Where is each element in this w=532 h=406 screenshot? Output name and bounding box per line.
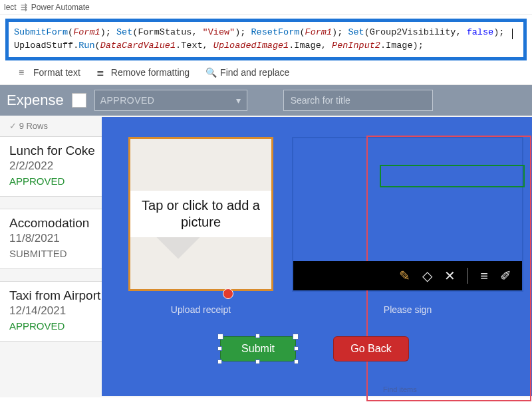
item-date: 2/2/2022	[9, 159, 97, 173]
pen-icon[interactable]: ✎	[399, 269, 410, 282]
add-picture-label: Tap or click to add a picture	[130, 191, 271, 237]
list-item[interactable]: Taxi from Airport 12/14/2021 APPROVED	[0, 281, 106, 342]
list-item[interactable]: Lunch for Coke 2/2/2022 APPROVED	[0, 136, 106, 197]
ribbon-bar: lect ⇶ Power Automate	[0, 0, 532, 15]
header-row: Expense APPROVED ▾ Search for title	[0, 85, 532, 116]
toolbar-divider	[467, 268, 468, 284]
search-icon: 🔍	[205, 67, 216, 78]
item-status: SUBMITTED	[9, 248, 97, 259]
find-replace-button[interactable]: 🔍 Find and replace	[205, 67, 289, 78]
pen-input[interactable]: ✎ ◇ ✕ ≡ ✐	[292, 137, 523, 292]
status-dropdown-label: APPROVED	[100, 95, 155, 106]
format-icon: ≡	[19, 67, 29, 78]
find-items-hint: Find items	[383, 385, 417, 393]
item-date: 12/14/2021	[9, 304, 97, 318]
formula-caret	[512, 29, 513, 39]
signature-line	[380, 165, 525, 187]
submit-label: Submit	[241, 343, 275, 355]
go-back-button[interactable]: Go Back	[333, 336, 409, 361]
ribbon-select-hint: lect	[4, 3, 17, 12]
chevron-down-icon: ▾	[236, 95, 241, 106]
error-badge-icon[interactable]	[223, 288, 233, 299]
approved-checkbox[interactable]	[72, 93, 86, 108]
pen-toolbar: ✎ ◇ ✕ ≡ ✐	[293, 261, 522, 290]
lines-icon[interactable]: ≡	[480, 269, 488, 282]
go-back-label: Go Back	[350, 343, 391, 355]
remove-format-label: Remove formatting	[111, 67, 190, 78]
status-dropdown[interactable]: APPROVED ▾	[94, 90, 247, 111]
find-replace-label: Find and replace	[220, 67, 289, 78]
item-title: Taxi from Airport	[9, 288, 97, 303]
item-status: APPROVED	[9, 320, 97, 332]
submit-button[interactable]: Submit	[220, 336, 296, 361]
close-icon[interactable]: ✕	[444, 269, 456, 282]
item-date: 11/8/2021	[9, 232, 97, 245]
list-item[interactable]: Accomodation 11/8/2021 SUBMITTED	[0, 209, 106, 269]
popup-group: Tap or click to add a picture Upload rec…	[102, 117, 532, 396]
app-canvas: Expense APPROVED ▾ Search for title 9 Ro…	[0, 85, 532, 397]
power-automate-icon: ⇶	[21, 3, 27, 12]
eraser-icon[interactable]: ◇	[422, 269, 432, 282]
item-title: Accomodation	[9, 216, 97, 231]
format-text-button[interactable]: ≡ Format text	[19, 67, 80, 78]
remove-format-icon: ≣	[96, 67, 107, 78]
upload-caption: Upload receipt	[128, 304, 273, 315]
power-automate-label[interactable]: Power Automate	[31, 3, 90, 12]
add-picture-control[interactable]: Tap or click to add a picture	[128, 137, 273, 291]
search-placeholder: Search for title	[291, 95, 350, 106]
sign-caption: Please sign	[292, 304, 523, 315]
item-status: APPROVED	[9, 175, 97, 187]
item-title: Lunch for Coke	[9, 144, 97, 158]
edit-icon[interactable]: ✐	[500, 269, 511, 282]
formula-bar[interactable]: SubmitForm(Form1); Set(FormStatus, "View…	[5, 19, 527, 60]
formula-toolbar: ≡ Format text ≣ Remove formatting 🔍 Find…	[0, 63, 532, 85]
search-input[interactable]: Search for title	[283, 90, 433, 111]
format-text-label: Format text	[33, 67, 80, 78]
page-title: Expense	[7, 92, 64, 109]
remove-formatting-button[interactable]: ≣ Remove formatting	[96, 67, 190, 78]
formula-code[interactable]: SubmitForm(Form1); Set(FormStatus, "View…	[14, 26, 518, 53]
